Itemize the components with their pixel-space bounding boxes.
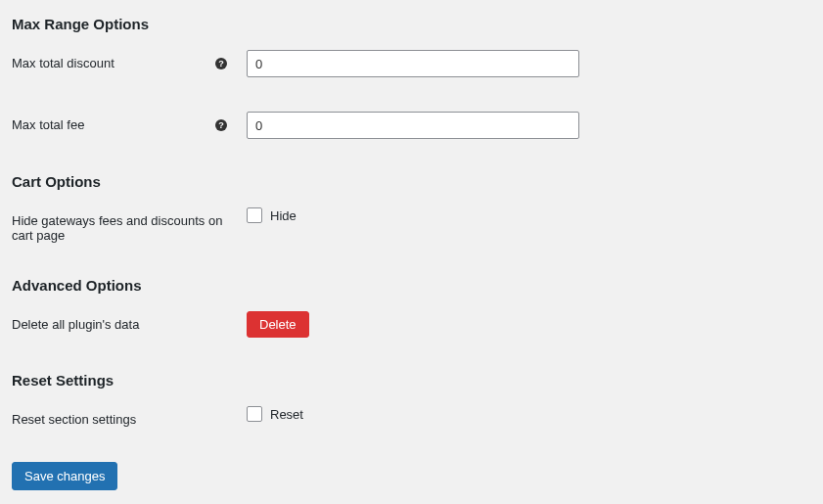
field-col (227, 50, 579, 77)
section-heading-max-range: Max Range Options (12, 16, 811, 32)
max-total-discount-input[interactable] (247, 50, 579, 77)
label-text: Max total fee (12, 117, 227, 132)
label-text: Max total discount (12, 56, 227, 70)
checkbox-label-hide: Hide (270, 208, 297, 223)
help-icon[interactable]: ? (215, 58, 227, 69)
label-hide-gateways: Hide gateways fees and discounts on cart… (12, 207, 227, 243)
row-hide-gateways: Hide gateways fees and discounts on cart… (12, 207, 811, 243)
label-text: Reset section settings (12, 412, 227, 427)
row-max-total-fee: Max total fee ? (12, 112, 811, 139)
label-max-total-fee: Max total fee ? (12, 112, 227, 132)
row-reset-section: Reset section settings Reset (12, 406, 811, 427)
section-heading-cart: Cart Options (12, 173, 811, 190)
section-heading-reset: Reset Settings (12, 372, 811, 389)
row-delete-plugin-data: Delete all plugin's data Delete (12, 311, 811, 338)
label-reset-section: Reset section settings (12, 406, 227, 427)
label-text: Delete all plugin's data (12, 317, 227, 332)
delete-button[interactable]: Delete (247, 311, 309, 338)
label-delete-plugin-data: Delete all plugin's data (12, 311, 227, 332)
section-heading-advanced: Advanced Options (12, 277, 811, 294)
label-text: Hide gateways fees and discounts on cart… (12, 213, 227, 243)
max-total-fee-input[interactable] (247, 112, 579, 139)
checkbox-label-reset: Reset (270, 407, 303, 422)
field-col: Delete (227, 311, 309, 338)
row-max-total-discount: Max total discount ? (12, 50, 811, 77)
help-icon[interactable]: ? (215, 119, 227, 131)
field-col (227, 112, 579, 139)
reset-section-checkbox[interactable] (247, 406, 262, 422)
field-col: Reset (227, 406, 303, 422)
save-changes-button[interactable]: Save changes (12, 462, 117, 490)
field-col: Hide (227, 207, 297, 223)
hide-gateways-checkbox[interactable] (247, 207, 262, 223)
label-max-total-discount: Max total discount ? (12, 50, 227, 70)
